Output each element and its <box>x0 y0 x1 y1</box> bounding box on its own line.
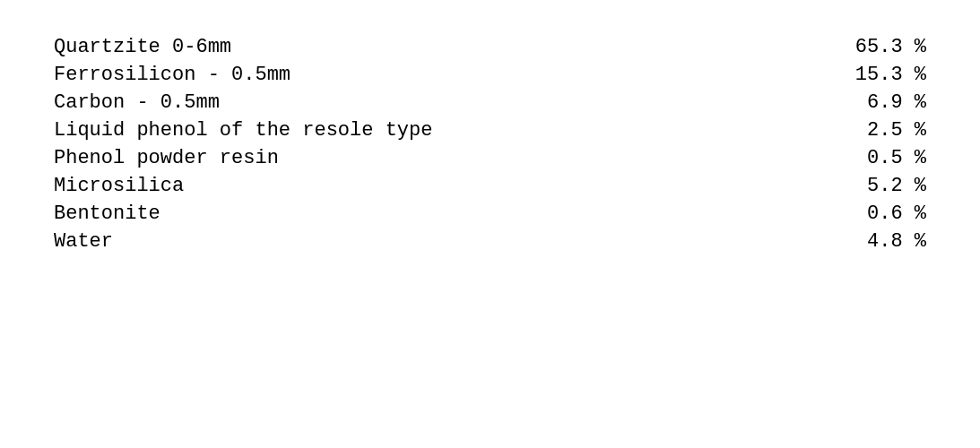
row-value: 6.9 % <box>854 91 926 114</box>
composition-table: Quartzite 0-6mm65.3 %Ferrosilicon - 0.5m… <box>54 36 926 258</box>
row-value: 2.5 % <box>854 119 926 142</box>
table-row: Carbon - 0.5mm6.9 % <box>54 91 926 114</box>
table-row: Water4.8 % <box>54 230 926 253</box>
row-label: Ferrosilicon - 0.5mm <box>54 64 291 86</box>
row-label: Carbon - 0.5mm <box>54 91 220 114</box>
table-row: Ferrosilicon - 0.5mm15.3 % <box>54 64 926 86</box>
row-value: 65.3 % <box>854 36 926 58</box>
row-value: 5.2 % <box>854 175 926 197</box>
row-value: 4.8 % <box>854 230 926 253</box>
row-label: Quartzite 0-6mm <box>54 36 231 58</box>
table-row: Quartzite 0-6mm65.3 % <box>54 36 926 58</box>
row-label: Bentonite <box>54 202 160 225</box>
row-value: 0.6 % <box>854 202 926 225</box>
row-value: 15.3 % <box>854 64 926 86</box>
row-value: 0.5 % <box>854 147 926 169</box>
row-label: Liquid phenol of the resole type <box>54 119 432 142</box>
table-row: Liquid phenol of the resole type2.5 % <box>54 119 926 142</box>
table-row: Microsilica5.2 % <box>54 175 926 197</box>
row-label: Water <box>54 230 113 253</box>
row-label: Microsilica <box>54 175 184 197</box>
row-label: Phenol powder resin <box>54 147 279 169</box>
table-row: Phenol powder resin0.5 % <box>54 147 926 169</box>
table-row: Bentonite0.6 % <box>54 202 926 225</box>
